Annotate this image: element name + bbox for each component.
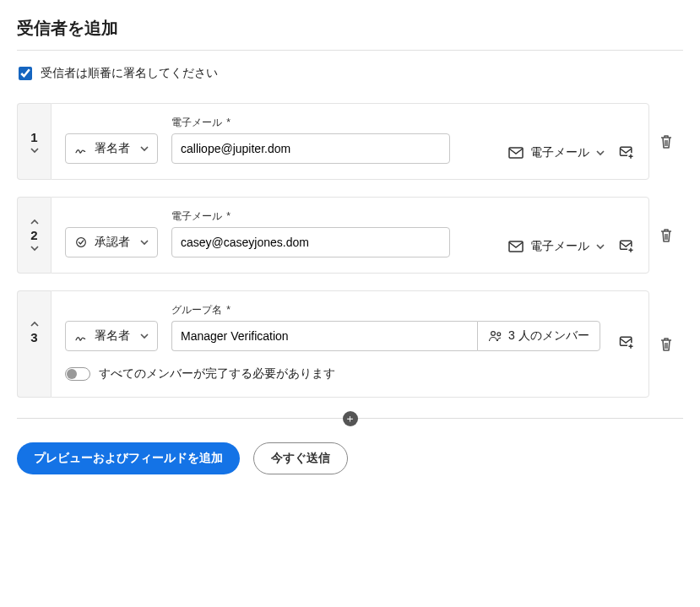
role-select[interactable]: 承認者 — [65, 227, 158, 257]
auth-label: 電子メール — [530, 145, 589, 160]
chevron-down-icon — [140, 146, 149, 152]
all-complete-toggle[interactable] — [65, 367, 90, 381]
move-down-icon[interactable] — [30, 148, 39, 154]
svg-rect-0 — [509, 148, 523, 158]
move-down-icon[interactable] — [30, 246, 39, 252]
role-label: 署名者 — [95, 141, 133, 156]
order-column: 2 — [17, 197, 51, 274]
add-recipient-button[interactable]: ＋ — [343, 411, 358, 426]
order-number: 1 — [30, 130, 37, 144]
group-members-button[interactable]: 3 人のメンバー — [477, 321, 600, 351]
order-column: 3 — [17, 290, 51, 398]
svg-point-3 — [77, 238, 86, 247]
order-number: 3 — [30, 330, 37, 344]
page-title: 受信者を追加 — [17, 17, 683, 40]
svg-rect-4 — [509, 241, 523, 252]
recipient-row: 2 承認者 電子メール * — [17, 197, 683, 274]
role-select[interactable]: 署名者 — [65, 321, 158, 351]
sign-in-order-input[interactable] — [19, 67, 32, 80]
svg-point-7 — [491, 332, 496, 336]
recipient-card: 承認者 電子メール * 電子メール — [51, 197, 649, 274]
recipient-row: 1 署名者 電子メール * — [17, 103, 683, 180]
email-field-label: 電子メール * — [171, 209, 450, 224]
chevron-down-icon — [140, 240, 149, 246]
signer-icon — [74, 142, 88, 155]
delete-recipient-icon[interactable] — [658, 336, 675, 353]
group-name-input[interactable] — [171, 321, 477, 351]
group-name-field-label: グループ名 * — [171, 303, 600, 317]
title-divider — [17, 50, 683, 51]
preview-add-fields-button[interactable]: プレビューおよびフィールドを追加 — [17, 442, 240, 474]
signer-icon — [74, 329, 88, 343]
approver-icon — [74, 236, 88, 249]
sign-in-order-checkbox[interactable]: 受信者は順番に署名してください — [17, 66, 683, 81]
recipient-row: 3 署名者 グループ名 * — [17, 290, 683, 398]
role-select[interactable]: 署名者 — [65, 133, 158, 164]
sign-in-order-label: 受信者は順番に署名してください — [41, 66, 218, 81]
move-up-icon[interactable] — [30, 219, 39, 225]
people-icon — [488, 329, 503, 343]
order-number: 2 — [30, 228, 37, 242]
role-label: 承認者 — [95, 235, 133, 250]
chevron-down-icon — [596, 244, 605, 250]
chevron-down-icon — [596, 150, 605, 156]
group-members-label: 3 人のメンバー — [508, 328, 589, 344]
auth-label: 電子メール — [530, 239, 589, 254]
add-message-icon[interactable] — [618, 334, 635, 351]
email-field-label: 電子メール * — [171, 116, 450, 130]
auth-method-select[interactable]: 電子メール — [507, 236, 606, 257]
add-message-icon[interactable] — [618, 144, 635, 161]
email-input[interactable] — [171, 227, 450, 257]
add-message-icon[interactable] — [618, 238, 635, 255]
order-column: 1 — [17, 103, 51, 180]
envelope-icon — [508, 241, 524, 252]
recipient-card: 署名者 グループ名 * 3 人のメンバー — [51, 290, 649, 398]
auth-method-select[interactable]: 電子メール — [507, 142, 606, 164]
move-up-icon[interactable] — [30, 321, 39, 327]
plus-icon: ＋ — [345, 413, 355, 424]
role-label: 署名者 — [95, 328, 133, 344]
recipient-card: 署名者 電子メール * 電子メール — [51, 103, 649, 180]
svg-point-8 — [497, 333, 501, 336]
send-now-button[interactable]: 今すぐ送信 — [253, 442, 348, 474]
delete-recipient-icon[interactable] — [658, 133, 675, 150]
email-input[interactable] — [171, 133, 450, 164]
envelope-icon — [508, 147, 524, 159]
delete-recipient-icon[interactable] — [658, 227, 675, 244]
add-recipient-divider: ＋ — [17, 418, 683, 419]
all-complete-label: すべてのメンバーが完了する必要があります — [99, 366, 335, 382]
chevron-down-icon — [140, 333, 149, 339]
